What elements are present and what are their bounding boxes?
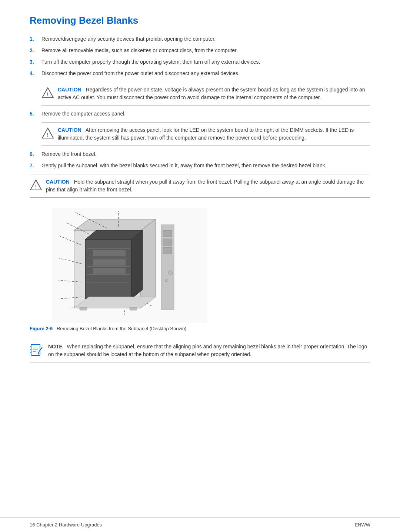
note-block: NOTE When replacing the subpanel, ensure…	[30, 339, 370, 362]
svg-rect-22	[163, 230, 172, 237]
caution-triangle-icon-2: !	[41, 127, 54, 140]
page-title: Removing Bezel Blanks	[30, 15, 370, 26]
step-4-num: 4.	[30, 70, 41, 77]
figure-caption: Figure 2-6 Removing Bezel Blanks from th…	[30, 326, 186, 331]
step-4-text: Disconnect the power cord from the power…	[41, 70, 370, 77]
step-3-text: Turn off the computer properly through t…	[41, 58, 370, 66]
svg-rect-24	[163, 247, 172, 254]
step-5-text: Remove the computer access panel.	[41, 110, 370, 118]
svg-rect-38	[80, 307, 87, 310]
step-3-num: 3.	[30, 58, 41, 66]
caution-2-label: CAUTION	[58, 127, 81, 133]
caution-block-1: ! CAUTION Regardless of the power-on sta…	[41, 82, 370, 106]
step-3: 3. Turn off the computer properly throug…	[30, 58, 370, 66]
svg-text:!: !	[47, 131, 49, 138]
svg-text:!: !	[47, 91, 49, 97]
step-2-text: Remove all removable media, such as disk…	[41, 47, 370, 54]
caution-2-text: CAUTION After removing the access panel,…	[58, 126, 370, 142]
caution-2-body: After removing the access panel, look fo…	[58, 127, 354, 141]
steps-list-c: 6. Remove the front bezel. 7. Gently pul…	[30, 150, 370, 170]
svg-marker-9	[141, 219, 156, 308]
footer-left: 16 Chapter 2 Hardware Upgrades	[30, 522, 102, 528]
svg-point-26	[165, 279, 168, 282]
step-2-num: 2.	[30, 47, 41, 54]
step-5-num: 5.	[30, 110, 41, 118]
caution-block-2: ! CAUTION After removing the access pane…	[41, 122, 370, 146]
footer: 16 Chapter 2 Hardware Upgrades ENWW	[0, 517, 400, 532]
step-1: 1. Remove/disengage any security devices…	[30, 35, 370, 43]
svg-text:!: !	[35, 183, 37, 190]
figure-image	[52, 208, 207, 323]
caution-3-text: CAUTION Hold the subpanel straight when …	[46, 178, 370, 194]
step-6: 6. Remove the front bezel.	[30, 150, 370, 158]
svg-marker-49	[38, 353, 40, 355]
step-5: 5. Remove the computer access panel.	[30, 110, 370, 118]
caution-1-body: Regardless of the power-on state, voltag…	[58, 87, 365, 100]
step-6-num: 6.	[30, 150, 41, 158]
caution-triangle-icon-1: !	[41, 87, 54, 99]
step-7-text: Gently pull the subpanel, with the bezel…	[41, 162, 370, 170]
svg-rect-19	[93, 259, 126, 266]
caution-1-text: CAUTION Regardless of the power-on state…	[58, 86, 370, 101]
figure-label: Figure 2-6	[30, 326, 53, 331]
steps-list-b: 5. Remove the computer access panel.	[30, 110, 370, 118]
step-4: 4. Disconnect the power cord from the po…	[30, 70, 370, 77]
svg-rect-18	[93, 250, 126, 257]
caution-1-label: CAUTION	[58, 87, 81, 93]
svg-point-25	[168, 271, 173, 275]
caution-3-label: CAUTION	[46, 179, 70, 185]
svg-rect-23	[163, 239, 172, 245]
caution-3-body: Hold the subpanel straight when you pull…	[46, 179, 364, 193]
step-7-num: 7.	[30, 162, 41, 170]
note-icon	[30, 343, 44, 358]
footer-right: ENWW	[354, 522, 370, 528]
step-1-num: 1.	[30, 35, 41, 43]
caution-triangle-icon-3: !	[30, 179, 42, 191]
step-2: 2. Remove all removable media, such as d…	[30, 47, 370, 54]
figure-caption-text: Removing Bezel Blanks from the Subpanel …	[54, 326, 187, 331]
step-6-text: Remove the front bezel.	[41, 150, 370, 158]
note-body: When replacing the subpanel, ensure that…	[48, 344, 367, 357]
step-1-text: Remove/disengage any security devices th…	[41, 35, 370, 43]
caution-block-3: ! CAUTION Hold the subpanel straight whe…	[30, 174, 370, 198]
svg-rect-39	[130, 307, 137, 310]
step-7: 7. Gently pull the subpanel, with the be…	[30, 162, 370, 170]
note-text: NOTE When replacing the subpanel, ensure…	[48, 343, 370, 358]
svg-marker-12	[131, 230, 143, 299]
svg-rect-20	[93, 268, 126, 274]
svg-rect-21	[161, 225, 174, 310]
figure-area: Figure 2-6 Removing Bezel Blanks from th…	[30, 208, 370, 333]
steps-list: 1. Remove/disengage any security devices…	[30, 35, 370, 77]
note-label: NOTE	[48, 344, 63, 349]
